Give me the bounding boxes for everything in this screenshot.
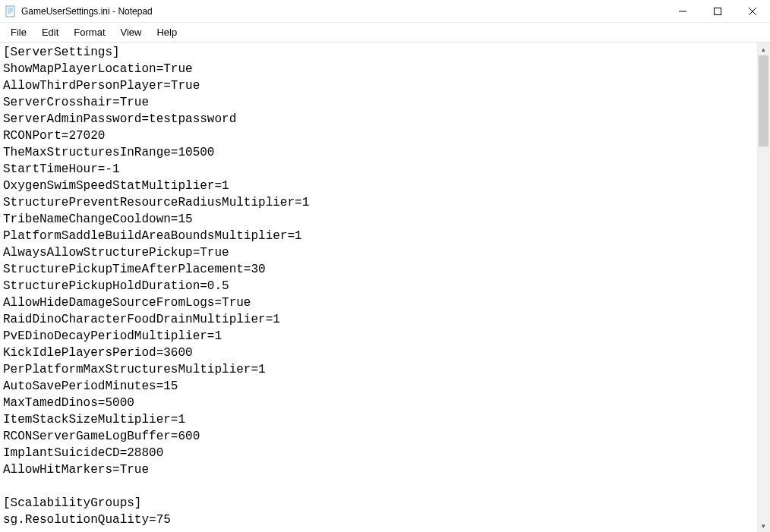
svg-rect-6 (715, 8, 721, 15)
menubar: File Edit Format View Help (0, 23, 770, 42)
window-title: GameUserSettings.ini - Notepad (21, 6, 665, 17)
window-controls (665, 0, 770, 22)
menu-edit[interactable]: Edit (34, 25, 66, 39)
scroll-up-arrow-icon[interactable]: ▴ (757, 42, 770, 55)
content-area: [ServerSettings] ShowMapPlayerLocation=T… (0, 42, 770, 532)
titlebar: GameUserSettings.ini - Notepad (0, 0, 770, 23)
close-button[interactable] (735, 0, 770, 23)
maximize-button[interactable] (700, 0, 735, 23)
scroll-down-arrow-icon[interactable]: ▾ (757, 519, 770, 532)
menu-format[interactable]: Format (66, 25, 112, 39)
text-editor[interactable]: [ServerSettings] ShowMapPlayerLocation=T… (0, 42, 757, 532)
minimize-button[interactable] (665, 0, 700, 23)
menu-view[interactable]: View (113, 25, 150, 39)
menu-file[interactable]: File (3, 25, 34, 39)
notepad-icon (5, 5, 17, 17)
scroll-thumb[interactable] (759, 55, 768, 146)
vertical-scrollbar[interactable]: ▴ ▾ (757, 42, 770, 532)
menu-help[interactable]: Help (149, 25, 185, 39)
